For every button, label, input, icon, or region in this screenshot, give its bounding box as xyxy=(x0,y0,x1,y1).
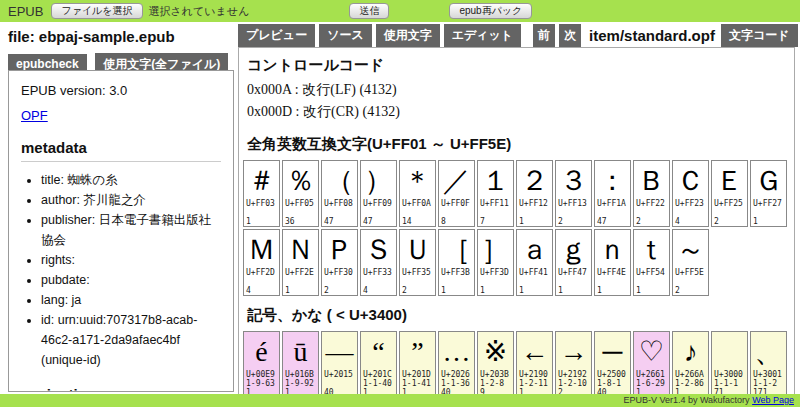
char-cell: ←U+21901-2-111 xyxy=(516,331,553,398)
left-panel: file: ebpaj-sample.epub epubcheck 使用文字(全… xyxy=(8,26,234,76)
controlcode-heading: コントロールコード xyxy=(247,56,790,75)
file-select-button[interactable]: ファイルを選択 xyxy=(51,3,142,19)
char-jis-code xyxy=(595,208,630,217)
char-cell: ２U+FF121 xyxy=(516,160,553,227)
char-glyph: ♡ xyxy=(634,332,669,370)
char-cell: ［U+FF3B1 xyxy=(438,229,475,296)
prev-button[interactable]: 前 xyxy=(533,24,555,47)
char-jis-code xyxy=(361,277,396,286)
current-item-path: item/standard.opf xyxy=(589,27,715,44)
char-count: 36 xyxy=(283,217,318,226)
charcode-button[interactable]: 文字コード xyxy=(721,24,798,47)
char-cell: ｎU+FF4E1 xyxy=(594,229,631,296)
char-glyph: ［ xyxy=(439,230,474,268)
file-label: file: ebpaj-sample.epub xyxy=(8,28,234,45)
char-jis-code xyxy=(556,208,591,217)
metadata-heading: metadata xyxy=(21,139,221,162)
char-count: 1 xyxy=(517,217,552,226)
footer-bar: EPUB-V Ver1.4 by Wakufactory Web Page xyxy=(0,394,800,407)
metadata-item: pubdate: xyxy=(41,270,221,290)
char-cell: U+30001-1-171 xyxy=(711,331,748,398)
submit-button[interactable]: 送信 xyxy=(349,3,389,19)
char-jis-code xyxy=(283,277,318,286)
char-glyph: ― xyxy=(322,332,357,370)
char-grid-row: ＭU+FF2D4ＮU+FF2E1ＰU+FF302ＳU+FF334ＵU+FF352… xyxy=(243,229,790,296)
char-count: 1 xyxy=(439,286,474,295)
char-codepoint: U+FF41 xyxy=(517,268,552,277)
char-cell: １U+FF117 xyxy=(477,160,514,227)
opf-link[interactable]: OPF xyxy=(21,108,48,123)
usedchars-tab-button[interactable]: 使用文字 xyxy=(376,24,440,47)
char-count: 47 xyxy=(322,217,357,226)
char-cell: ａU+FF411 xyxy=(516,229,553,296)
char-count: 2 xyxy=(673,286,708,295)
char-count: 14 xyxy=(400,217,435,226)
char-cell: ♪U+266A1-2-861 xyxy=(672,331,709,398)
char-cell: ＵU+FF352 xyxy=(399,229,436,296)
char-cell: ）U+FF0947 xyxy=(360,160,397,227)
repack-button[interactable]: epub再パック xyxy=(449,3,532,19)
char-cell: ｔU+FF541 xyxy=(633,229,670,296)
char-count: 2 xyxy=(556,217,591,226)
next-button[interactable]: 次 xyxy=(559,24,581,47)
char-glyph: ※ xyxy=(478,332,513,370)
char-jis-code: 1-2-8 xyxy=(478,379,513,388)
char-codepoint: U+FF3D xyxy=(478,268,513,277)
char-count: 1 xyxy=(283,286,318,295)
char-cell: ＮU+FF2E1 xyxy=(282,229,319,296)
char-jis-code xyxy=(439,277,474,286)
char-jis-code: 1-2-86 xyxy=(673,379,708,388)
char-jis-code xyxy=(673,277,708,286)
char-count: 1 xyxy=(517,286,552,295)
item-toolbar: プレビュー ソース 使用文字 エディット 前 次 item/standard.o… xyxy=(238,25,798,45)
char-jis-code: 1-1-1 xyxy=(712,379,747,388)
char-glyph: ｔ xyxy=(634,230,669,268)
char-jis-code xyxy=(322,277,357,286)
char-count: 4 xyxy=(361,286,396,295)
char-codepoint: U+FF25 xyxy=(712,199,747,208)
char-count: 1 xyxy=(595,286,630,295)
char-cell: ／U+FF0F8 xyxy=(438,160,475,227)
footer-webpage-link[interactable]: Web Page xyxy=(752,395,794,405)
epub-info-box: EPUB version: 3.0 OPF metadata title: 蜘蛛… xyxy=(8,70,234,392)
char-jis-code xyxy=(439,208,474,217)
char-glyph: Ｅ xyxy=(712,161,747,199)
char-codepoint: U+FF23 xyxy=(673,199,708,208)
char-cell: →U+21921-2-102 xyxy=(555,331,592,398)
source-tab-button[interactable]: ソース xyxy=(319,24,372,47)
char-jis-code xyxy=(517,208,552,217)
char-codepoint: U+FF1A xyxy=(595,199,630,208)
char-count: 1 xyxy=(751,217,786,226)
char-glyph: ｇ xyxy=(556,230,591,268)
char-jis-code: 1-9-92 xyxy=(283,379,318,388)
preview-tab-button[interactable]: プレビュー xyxy=(238,24,315,47)
char-cell: ＧU+FF271 xyxy=(750,160,787,227)
app-label: EPUB xyxy=(8,4,43,19)
char-jis-code xyxy=(478,208,513,217)
char-jis-code xyxy=(634,208,669,217)
char-glyph: ／ xyxy=(439,161,474,199)
char-count: 1 xyxy=(556,286,591,295)
char-glyph: Ｎ xyxy=(283,230,318,268)
char-jis-code xyxy=(322,208,357,217)
char-jis-code: 1-2-10 xyxy=(556,379,591,388)
char-glyph: Ｍ xyxy=(244,230,279,268)
char-codepoint: U+FF54 xyxy=(634,268,669,277)
char-glyph: ＃ xyxy=(244,161,279,199)
epub-version: EPUB version: 3.0 xyxy=(21,83,221,98)
char-codepoint: U+2026 xyxy=(439,370,474,379)
char-jis-code: 1-8-1 xyxy=(595,379,630,388)
char-glyph: ū xyxy=(283,332,318,370)
char-codepoint: U+266A xyxy=(673,370,708,379)
char-jis-code: 1-6-29 xyxy=(634,379,669,388)
char-grid-row: éU+00E91-9-631ūU+016B1-9-921―U+201540“U+… xyxy=(243,331,790,398)
char-jis-code xyxy=(283,208,318,217)
char-jis-code: 1-9-63 xyxy=(244,379,279,388)
char-glyph: ： xyxy=(595,161,630,199)
char-cell: （U+FF0847 xyxy=(321,160,358,227)
char-cell: ─U+25001-8-140 xyxy=(594,331,631,398)
char-cell: 、U+30011-1-2171 xyxy=(750,331,787,398)
char-cell: ］U+FF3D1 xyxy=(477,229,514,296)
edit-tab-button[interactable]: エディット xyxy=(444,24,521,47)
char-codepoint: U+FF3B xyxy=(439,268,474,277)
